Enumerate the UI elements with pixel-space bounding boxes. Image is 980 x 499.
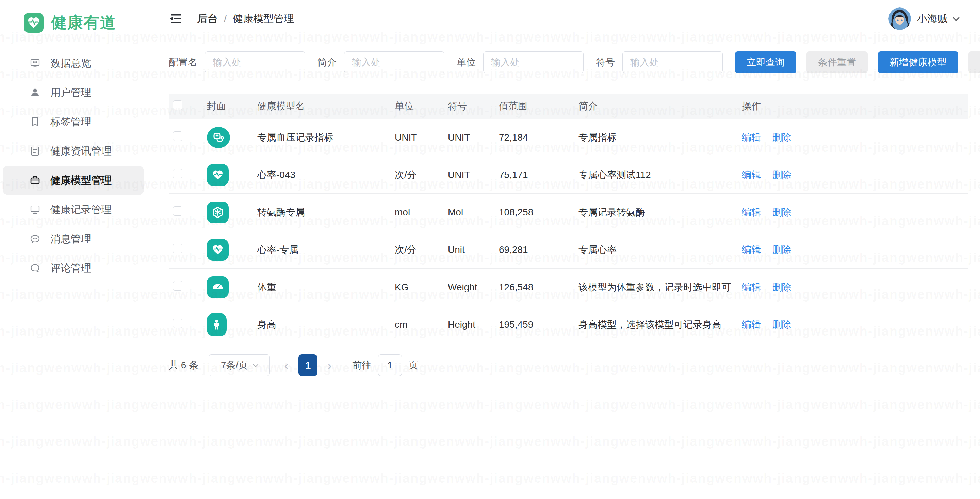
table-row-5: 身高 cm Height 195,459 身高模型，选择该模型可记录身高 编辑 …	[169, 306, 968, 343]
model-intro: 专属心率	[572, 243, 736, 256]
next-page-icon[interactable]: ›	[322, 359, 337, 372]
filter-group-1: 简介	[318, 51, 444, 73]
filter-input-3[interactable]	[622, 51, 723, 73]
sidebar-item-7[interactable]: 评论管理	[0, 253, 154, 283]
query-button[interactable]: 立即查询	[735, 51, 796, 73]
filter-label: 配置名	[169, 56, 197, 69]
pagination: 共 6 条 7条/页 ‹ 1 › 前往 页	[169, 354, 968, 376]
edit-link[interactable]: 编辑	[742, 132, 761, 143]
delete-link[interactable]: 删除	[772, 244, 791, 255]
delete-link[interactable]: 删除	[772, 132, 791, 143]
filter-input-1[interactable]	[344, 51, 444, 73]
batch-delete-button[interactable]: 批量删除	[969, 51, 980, 73]
model-range: 126,548	[493, 282, 572, 293]
sidebar-item-2[interactable]: 标签管理	[0, 107, 154, 137]
edit-link[interactable]: 编辑	[742, 244, 761, 255]
heart-rate-icon	[207, 239, 229, 261]
monitor-icon	[29, 204, 41, 215]
page-size-select[interactable]: 7条/页	[208, 354, 270, 376]
briefcase-icon	[29, 175, 41, 186]
sidebar-item-1[interactable]: 用户管理	[0, 78, 154, 107]
model-symbol: Unit	[442, 244, 493, 255]
edit-link[interactable]: 编辑	[742, 207, 761, 217]
model-range: 108,258	[493, 207, 572, 218]
filter-group-3: 符号	[596, 51, 723, 73]
row-checkbox[interactable]	[173, 169, 182, 179]
model-unit: KG	[388, 282, 442, 293]
row-checkbox[interactable]	[173, 319, 182, 328]
column-header-0: 封面	[196, 100, 251, 113]
user-avatar	[888, 8, 911, 30]
sidebar: 健康有道 数据总览 用户管理 标签管理 健康资讯管理 健康模型管理 健康记录管理…	[0, 0, 154, 499]
model-range: 75,171	[493, 169, 572, 180]
filter-bar: 配置名 简介 单位 符号 立即查询条件重置新增健康模型批量删除	[169, 51, 968, 73]
page-size-value: 7条/页	[221, 359, 248, 372]
molecule-icon	[207, 201, 229, 223]
row-checkbox[interactable]	[173, 244, 182, 253]
page-number-active[interactable]: 1	[298, 354, 318, 376]
model-name: 转氨酶专属	[251, 206, 388, 219]
table-row-0: 专属血压记录指标 UNIT UNIT 72,184 专属指标 编辑 删除	[169, 119, 968, 156]
select-all-checkbox[interactable]	[173, 100, 182, 110]
user-icon	[29, 87, 41, 98]
table-row-3: 心率-专属 次/分 Unit 69,281 专属心率 编辑 删除	[169, 231, 968, 269]
model-range: 69,281	[493, 244, 572, 255]
sidebar-item-4[interactable]: 健康模型管理	[3, 166, 144, 195]
model-unit: 次/分	[388, 169, 442, 182]
pagination-total: 共 6 条	[169, 359, 198, 372]
row-checkbox[interactable]	[173, 281, 182, 291]
delete-link[interactable]: 删除	[772, 207, 791, 217]
goto-suffix: 页	[409, 359, 418, 372]
model-symbol: Height	[442, 319, 493, 330]
model-unit: mol	[388, 207, 442, 218]
column-header-5: 简介	[572, 100, 736, 113]
filter-label: 单位	[457, 56, 476, 69]
goto-page-input[interactable]	[378, 354, 402, 376]
table-row-2: 转氨酶专属 mol Mol 108,258 专属记录转氨酶 编辑 删除	[169, 194, 968, 231]
news-icon	[29, 145, 41, 157]
table-row-4: 体重 KG Weight 126,548 该模型为体重参数，记录时选中即可 编辑…	[169, 269, 968, 306]
user-menu[interactable]: 小海贼	[888, 8, 968, 30]
comment-icon	[29, 262, 41, 274]
table-row-1: 心率-043 次/分 UNIT 75,171 专属心率测试112 编辑 删除	[169, 156, 968, 194]
main-area: 后台 / 健康模型管理 小海贼	[154, 0, 980, 499]
model-symbol: Mol	[442, 207, 493, 218]
delete-link[interactable]: 删除	[772, 169, 791, 180]
column-header-6: 操作	[736, 100, 968, 113]
filter-input-2[interactable]	[483, 51, 584, 73]
filter-group-2: 单位	[457, 51, 584, 73]
breadcrumb-current: 健康模型管理	[233, 12, 294, 26]
goto-label: 前往	[352, 359, 371, 372]
model-range: 72,184	[493, 132, 572, 143]
model-intro: 专属记录转氨酶	[572, 206, 736, 219]
model-unit: cm	[388, 319, 442, 330]
edit-link[interactable]: 编辑	[742, 319, 761, 330]
goto-page: 前往 页	[352, 354, 418, 376]
sidebar-item-6[interactable]: 消息管理	[0, 224, 154, 253]
prev-page-icon[interactable]: ‹	[279, 359, 294, 372]
sidebar-fold-icon[interactable]	[169, 13, 182, 24]
delete-link[interactable]: 删除	[772, 282, 791, 292]
model-name: 身高	[251, 318, 388, 331]
edit-link[interactable]: 编辑	[742, 282, 761, 292]
row-checkbox[interactable]	[173, 206, 182, 216]
sidebar-item-3[interactable]: 健康资讯管理	[0, 137, 154, 166]
edit-link[interactable]: 编辑	[742, 169, 761, 180]
sidebar-item-0[interactable]: 数据总览	[0, 49, 154, 78]
delete-link[interactable]: 删除	[772, 319, 791, 330]
reset-button[interactable]: 条件重置	[807, 51, 868, 73]
model-intro: 该模型为体重参数，记录时选中即可	[572, 281, 736, 294]
blood-pressure-icon	[207, 127, 230, 148]
model-symbol: Weight	[442, 282, 493, 293]
breadcrumb: 后台 / 健康模型管理	[197, 12, 294, 26]
model-range: 195,459	[493, 319, 572, 330]
health-model-table: 封面健康模型名单位符号值范围简介操作 专属血压记录指标 UNIT UNIT 72…	[169, 94, 968, 343]
add-model-button[interactable]: 新增健康模型	[878, 51, 958, 73]
filter-group-0: 配置名	[169, 51, 305, 73]
row-checkbox[interactable]	[173, 131, 182, 141]
model-intro: 专属指标	[572, 131, 736, 144]
filter-input-0[interactable]	[205, 51, 305, 73]
breadcrumb-root[interactable]: 后台	[197, 12, 218, 26]
sidebar-item-5[interactable]: 健康记录管理	[0, 195, 154, 224]
sidebar-item-label: 健康资讯管理	[50, 144, 111, 158]
